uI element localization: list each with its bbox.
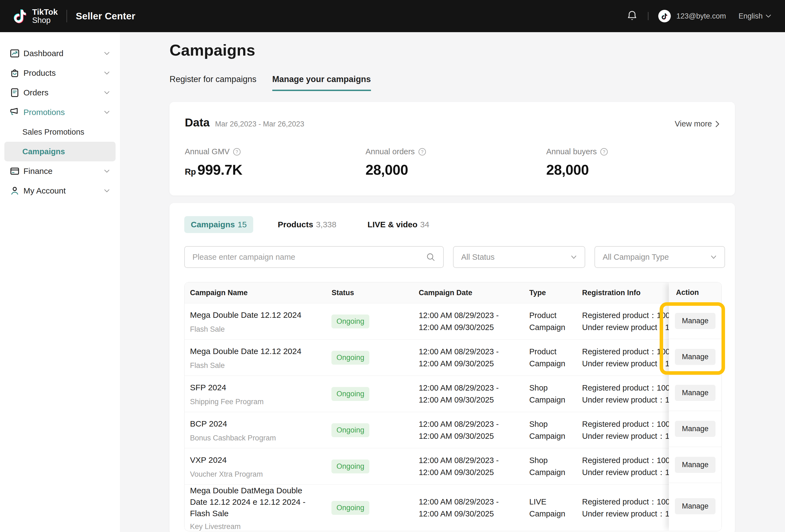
action-cell: Manage xyxy=(669,447,721,483)
table-row[interactable]: SFP 2024 Shipping Fee Program Ongoing 12… xyxy=(184,376,721,412)
campaign-subtitle: Flash Sale xyxy=(190,361,327,370)
tab-live-video-count[interactable]: LIVE & video 34 xyxy=(361,216,436,233)
sidebar-item-label: Dashboard xyxy=(23,49,64,58)
tab-products-count[interactable]: Products 3,338 xyxy=(271,216,343,233)
campaign-date-start: 12:00 AM 08/29/2023 - xyxy=(419,382,526,394)
table-row[interactable]: VXP 2024 Voucher Xtra Program Ongoing 12… xyxy=(184,448,721,485)
tiktok-shop-logo[interactable]: TikTok Shop xyxy=(13,7,58,25)
status-badge: Ongoing xyxy=(331,459,369,474)
tab-manage-your-campaigns[interactable]: Manage your campaigns xyxy=(272,74,371,91)
tab-register-for-campaigns[interactable]: Register for campaigns xyxy=(170,74,256,91)
manage-button[interactable]: Manage xyxy=(675,498,716,514)
chevron-down-icon xyxy=(104,71,110,75)
metric-annual-buyers: Annual buyers ? 28,000 xyxy=(546,147,727,178)
campaign-name: SFP 2024 xyxy=(190,382,321,393)
sidebar-item-promotions[interactable]: Promotions xyxy=(4,102,116,122)
notification-bell-icon[interactable] xyxy=(626,10,638,22)
help-icon[interactable]: ? xyxy=(233,148,241,156)
metric-annual-gmv: Annual GMV ? Rp999.7K xyxy=(185,147,365,178)
action-cell: Manage xyxy=(669,303,721,339)
campaign-date-start: 12:00 AM 08/29/2023 - xyxy=(419,454,526,466)
column-header-campaign-date: Campaign Date xyxy=(414,288,526,297)
sidebar-item-my-account[interactable]: My Account xyxy=(4,181,116,201)
search-input[interactable] xyxy=(184,246,444,268)
campaign-name: Mega Double Date 12.12 2024 xyxy=(190,309,321,321)
table-row[interactable]: Mega Double Date 12.12 2024 Flash Sale O… xyxy=(184,339,721,376)
view-more-label: View more xyxy=(675,119,712,128)
language-label: English xyxy=(738,12,763,21)
help-icon[interactable]: ? xyxy=(600,148,608,156)
campaign-subtitle: Flash Sale xyxy=(190,325,327,334)
action-cell: Manage xyxy=(669,483,721,529)
dashboard-icon xyxy=(9,48,20,59)
sidebar-subitem-label: Sales Promotions xyxy=(22,128,84,136)
data-date-range: Mar 26,2023 - Mar 26,2023 xyxy=(215,120,304,128)
campaign-date-end: 12:00 AM 09/30/2025 xyxy=(419,358,526,370)
filter-row: All Status All Campaign Type xyxy=(184,246,720,268)
table-header: Campaign Name Status Campaign Date Type … xyxy=(184,282,721,303)
campaigns-table: Campaign Name Status Campaign Date Type … xyxy=(184,282,722,531)
finance-icon xyxy=(9,166,20,177)
campaign-date-start: 12:00 AM 08/29/2023 - xyxy=(419,309,526,321)
manage-button[interactable]: Manage xyxy=(675,457,716,473)
campaign-type-line2: Campaign xyxy=(529,394,578,406)
sidebar-item-label: Products xyxy=(23,69,56,78)
campaign-type-filter-select[interactable]: All Campaign Type xyxy=(594,246,725,268)
action-cell: Manage xyxy=(669,411,721,447)
sidebar-item-sales-promotions[interactable]: Sales Promotions xyxy=(4,122,116,142)
search-icon[interactable] xyxy=(426,252,435,262)
campaign-type-line1: Shop xyxy=(529,454,578,466)
promotions-icon xyxy=(9,107,20,118)
tab-campaigns-count[interactable]: Campaigns 15 xyxy=(184,216,253,233)
campaign-date-start: 12:00 AM 08/29/2023 - xyxy=(419,346,526,358)
status-badge: Ongoing xyxy=(331,423,369,437)
manage-button[interactable]: Manage xyxy=(675,349,716,365)
header-divider xyxy=(67,10,67,22)
column-header-campaign-name: Campaign Name xyxy=(184,288,327,297)
manage-button[interactable]: Manage xyxy=(675,421,716,437)
status-filter-select[interactable]: All Status xyxy=(453,246,585,268)
manage-button[interactable]: Manage xyxy=(675,313,716,329)
sidebar-item-dashboard[interactable]: Dashboard xyxy=(4,44,116,63)
action-cell: Manage xyxy=(669,339,721,375)
metric-value: 28,000 xyxy=(546,162,589,178)
data-card-title: Data xyxy=(185,116,210,129)
chevron-down-icon xyxy=(104,91,110,95)
sidebar-subitem-label: Campaigns xyxy=(22,147,65,156)
status-badge: Ongoing xyxy=(331,314,369,328)
chevron-down-icon xyxy=(571,255,577,259)
sidebar-item-orders[interactable]: Orders xyxy=(4,83,116,102)
campaign-subtitle: Key Livestream xyxy=(190,523,327,531)
manage-button[interactable]: Manage xyxy=(675,385,716,401)
count-tab-label: LIVE & video xyxy=(368,220,417,229)
campaign-type-filter-value: All Campaign Type xyxy=(603,253,669,262)
table-row[interactable]: BCP 2024 Bonus Cashback Program Ongoing … xyxy=(184,412,721,448)
count-tab-count: 15 xyxy=(238,220,247,229)
svg-text:?: ? xyxy=(236,150,238,154)
campaign-type-line2: Campaign xyxy=(529,430,578,442)
chevron-right-icon xyxy=(715,121,719,128)
count-tab-count: 3,338 xyxy=(316,220,336,229)
top-bar: TikTok Shop Seller Center 1 xyxy=(0,0,785,32)
campaign-type-line1: LIVE xyxy=(529,496,578,508)
campaign-date-end: 12:00 AM 09/30/2025 xyxy=(419,508,526,520)
table-row[interactable]: Mega Double Date 12.12 2024 Flash Sale O… xyxy=(184,303,721,339)
avatar-tiktok-note-icon xyxy=(661,12,668,20)
avatar[interactable] xyxy=(658,10,671,22)
sidebar-item-label: Finance xyxy=(23,167,53,176)
campaigns-table-zone: Campaign Name Status Campaign Date Type … xyxy=(184,282,722,531)
sidebar-item-finance[interactable]: Finance xyxy=(4,161,116,181)
language-selector[interactable]: English xyxy=(738,12,771,21)
metric-value: 999.7K xyxy=(197,162,242,178)
view-more-link[interactable]: View more xyxy=(675,119,719,128)
sidebar-item-products[interactable]: Products xyxy=(4,63,116,83)
main-content: Campaigns Register for campaigns Manage … xyxy=(120,32,785,532)
table-row[interactable]: Mega Double DatMega Double Date 12.12 20… xyxy=(184,485,721,531)
count-tab-label: Campaigns xyxy=(191,220,235,229)
help-icon[interactable]: ? xyxy=(418,148,426,156)
sidebar-item-campaigns[interactable]: Campaigns xyxy=(4,142,116,161)
campaign-date-end: 12:00 AM 09/30/2025 xyxy=(419,394,526,406)
account-email: 123@byte.com xyxy=(676,12,726,21)
campaign-name: Mega Double Date 12.12 2024 xyxy=(190,346,321,357)
products-icon xyxy=(9,68,20,78)
